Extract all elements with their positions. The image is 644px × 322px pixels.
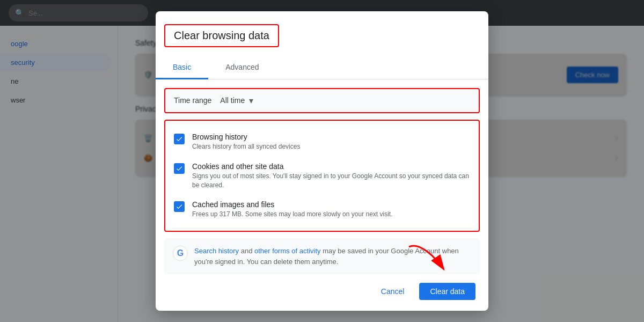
checkbox-item-cookies: Cookies and other site data Signs you ou…: [174, 157, 470, 195]
time-range-dropdown[interactable]: All time ▾: [220, 96, 253, 106]
search-history-link[interactable]: Search history: [194, 247, 239, 255]
checkbox-text-cache: Cached images and files Frees up 317 MB.…: [192, 200, 470, 219]
dialog-footer: Cancel Clear data: [156, 274, 488, 300]
time-range-value: All time: [220, 96, 245, 105]
checkbox-desc-3: Frees up 317 MB. Some sites may load mor…: [192, 210, 470, 219]
info-text-and: and: [239, 247, 254, 255]
checkbox-title-3: Cached images and files: [192, 200, 470, 209]
time-range-section: Time range All time ▾: [164, 88, 480, 113]
checkbox-cache[interactable]: [174, 201, 185, 212]
cancel-button[interactable]: Cancel: [372, 283, 413, 300]
dialog-title: Clear browsing data: [174, 30, 269, 41]
check-icon-2: [175, 165, 183, 172]
tab-advanced[interactable]: Advanced: [208, 56, 276, 79]
dropdown-arrow-icon: ▾: [249, 96, 253, 106]
info-section: G Search history and other forms of acti…: [164, 238, 480, 274]
checkbox-text-browsing-history: Browsing history Clears history from all…: [192, 133, 470, 151]
check-icon-3: [175, 203, 183, 210]
checkbox-item-browsing-history: Browsing history Clears history from all…: [174, 127, 470, 157]
modal-overlay: Clear browsing data Basic Advanced Time …: [0, 0, 644, 322]
checkboxes-section: Browsing history Clears history from all…: [164, 120, 480, 232]
checkbox-title-1: Browsing history: [192, 133, 470, 141]
time-range-label: Time range: [174, 96, 211, 105]
tab-basic[interactable]: Basic: [156, 56, 208, 79]
checkbox-desc-2: Signs you out of most sites. You'll stay…: [192, 172, 470, 190]
clear-browsing-dialog: Clear browsing data Basic Advanced Time …: [156, 11, 488, 311]
dialog-title-box: Clear browsing data: [164, 24, 279, 47]
checkbox-text-cookies: Cookies and other site data Signs you ou…: [192, 162, 470, 190]
checkbox-title-2: Cookies and other site data: [192, 162, 470, 171]
checkbox-item-cache: Cached images and files Frees up 317 MB.…: [174, 195, 470, 224]
info-text: Search history and other forms of activi…: [194, 246, 471, 267]
checkbox-desc-1: Clears history from all synced devices: [192, 142, 470, 151]
checkbox-browsing-history[interactable]: [174, 134, 185, 144]
other-forms-link[interactable]: other forms of activity: [254, 247, 321, 255]
google-g-logo: G: [173, 246, 188, 261]
dialog-tabs: Basic Advanced: [156, 56, 488, 79]
clear-data-button[interactable]: Clear data: [419, 283, 475, 300]
checkbox-cookies[interactable]: [174, 163, 185, 174]
check-icon-1: [175, 135, 183, 143]
